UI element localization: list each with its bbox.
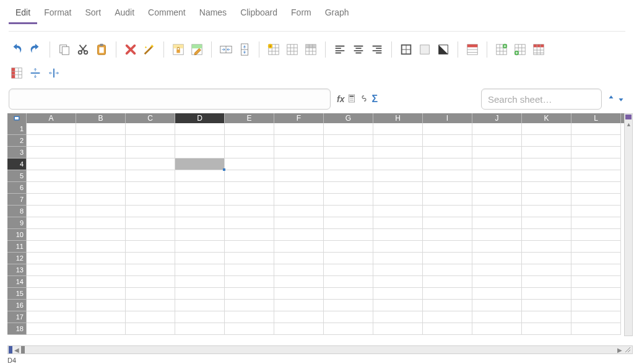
split-horizontal-button[interactable] — [27, 65, 43, 81]
menu-graph[interactable]: Graph — [318, 5, 356, 24]
cell[interactable] — [225, 229, 274, 241]
cell[interactable] — [571, 217, 621, 229]
align-left-button[interactable] — [332, 41, 348, 58]
cell[interactable] — [225, 217, 274, 229]
cell[interactable] — [324, 241, 373, 253]
cell[interactable] — [522, 253, 571, 264]
cell[interactable] — [472, 206, 522, 217]
cell[interactable] — [225, 300, 274, 311]
cell[interactable] — [76, 217, 126, 229]
row-header[interactable]: 10 — [7, 229, 27, 241]
cell[interactable] — [175, 323, 225, 335]
vertical-scrollbar[interactable]: ▲ — [624, 113, 633, 336]
delete-button[interactable] — [123, 41, 139, 58]
cell[interactable] — [373, 300, 423, 311]
cell[interactable] — [126, 311, 175, 323]
formula-input[interactable] — [9, 89, 331, 110]
cell[interactable] — [274, 311, 324, 323]
cell[interactable] — [126, 158, 175, 170]
column-header[interactable]: L — [571, 113, 621, 123]
undo-button[interactable] — [9, 41, 25, 58]
row-header[interactable]: 12 — [7, 253, 27, 264]
cell[interactable] — [76, 300, 126, 311]
row-header[interactable]: 4 — [7, 158, 27, 170]
row-header[interactable]: 14 — [7, 276, 27, 288]
insert-col-button[interactable] — [493, 41, 510, 58]
cell[interactable] — [423, 253, 472, 264]
cell[interactable] — [472, 170, 522, 182]
cell[interactable] — [225, 253, 274, 264]
fill-button[interactable] — [417, 41, 433, 58]
cell[interactable] — [175, 229, 225, 241]
row-header[interactable]: 11 — [7, 241, 27, 253]
lock-cell-button[interactable] — [170, 41, 186, 58]
cell[interactable] — [175, 123, 225, 135]
cut-button[interactable] — [75, 41, 91, 58]
cell[interactable] — [27, 253, 76, 264]
cell[interactable] — [571, 194, 621, 206]
cell[interactable] — [324, 229, 373, 241]
cell[interactable] — [423, 158, 472, 170]
cell[interactable] — [522, 276, 571, 288]
cell[interactable] — [373, 135, 423, 147]
cell[interactable] — [175, 206, 225, 217]
cell[interactable] — [76, 147, 126, 158]
row-header[interactable]: 1 — [7, 123, 27, 135]
cell[interactable] — [373, 158, 423, 170]
cell[interactable] — [225, 147, 274, 158]
cell[interactable] — [324, 147, 373, 158]
cell[interactable] — [472, 323, 522, 335]
edit-cell-button[interactable] — [189, 41, 205, 58]
cell[interactable] — [324, 253, 373, 264]
cell[interactable] — [76, 264, 126, 276]
cell[interactable] — [472, 311, 522, 323]
search-prev-button[interactable] — [607, 94, 615, 105]
cell[interactable] — [27, 300, 76, 311]
cell[interactable] — [472, 288, 522, 300]
cell[interactable] — [324, 158, 373, 170]
cell[interactable] — [324, 135, 373, 147]
cell[interactable] — [27, 135, 76, 147]
menu-format[interactable]: Format — [37, 5, 78, 24]
cell[interactable] — [126, 182, 175, 194]
vscroll-thumb[interactable] — [625, 115, 632, 119]
cell[interactable] — [373, 206, 423, 217]
cell[interactable] — [225, 182, 274, 194]
align-right-button[interactable] — [369, 41, 385, 58]
cell[interactable] — [175, 194, 225, 206]
row-header[interactable]: 16 — [7, 300, 27, 311]
cell[interactable] — [126, 194, 175, 206]
cell[interactable] — [274, 288, 324, 300]
cell[interactable] — [225, 311, 274, 323]
cell[interactable] — [225, 323, 274, 335]
horizontal-scrollbar[interactable]: ◀ ▶ — [7, 345, 633, 354]
cell[interactable] — [274, 241, 324, 253]
row-header[interactable]: 3 — [7, 147, 27, 158]
cell[interactable] — [76, 158, 126, 170]
resize-grip-icon[interactable] — [623, 346, 632, 353]
cell[interactable] — [126, 123, 175, 135]
cell[interactable] — [274, 147, 324, 158]
cell[interactable] — [324, 123, 373, 135]
cell[interactable] — [175, 147, 225, 158]
cell[interactable] — [373, 288, 423, 300]
borders-button[interactable] — [398, 41, 414, 58]
cell[interactable] — [373, 194, 423, 206]
vscroll-up-icon[interactable]: ▲ — [626, 121, 631, 128]
hscroll-left-icon[interactable]: ◀ — [13, 347, 20, 353]
cell[interactable] — [126, 229, 175, 241]
cell[interactable] — [472, 147, 522, 158]
column-header[interactable]: E — [225, 113, 274, 123]
sigma-icon[interactable]: Σ — [371, 93, 378, 105]
cell[interactable] — [225, 241, 274, 253]
cell[interactable] — [373, 311, 423, 323]
column-header[interactable]: D — [175, 113, 225, 123]
row-header[interactable]: 7 — [7, 194, 27, 206]
insert-sheet-button[interactable] — [266, 41, 282, 58]
cell[interactable] — [27, 264, 76, 276]
cell[interactable] — [324, 276, 373, 288]
cell[interactable] — [126, 217, 175, 229]
cell[interactable] — [522, 123, 571, 135]
cell[interactable] — [274, 253, 324, 264]
cell[interactable] — [324, 323, 373, 335]
